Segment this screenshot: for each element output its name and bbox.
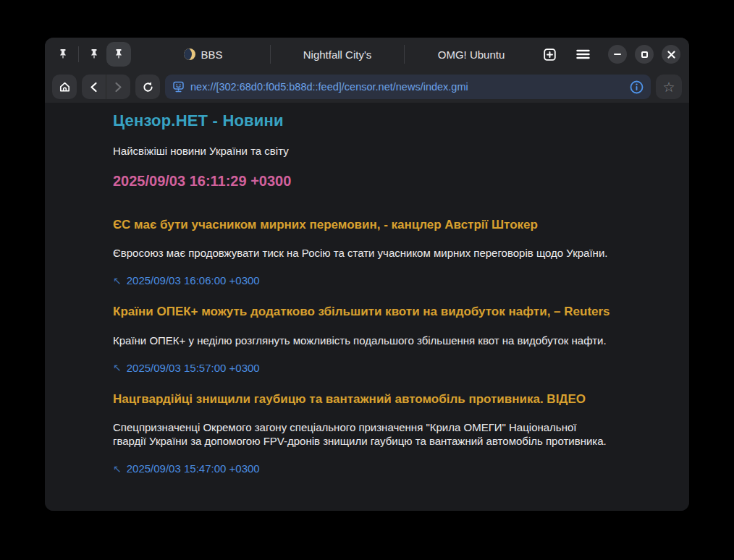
page-content: Цензор.НЕТ - Новини Найсвіжіші новини Ук…: [45, 103, 689, 511]
tab-nightfall-citys[interactable]: Nightfall City's: [271, 38, 404, 71]
home-button[interactable]: [52, 75, 77, 99]
link-arrow-icon: ↖: [113, 464, 122, 474]
article: ЄС має бути учасником мирних перемовин, …: [113, 218, 612, 287]
link-arrow-icon: ↖: [113, 276, 122, 286]
article-title: Країни ОПЕК+ можуть додатково збільшити …: [113, 305, 612, 319]
reload-button[interactable]: [135, 75, 160, 99]
article-title: Нацгвардійці знищили гаубицю та вантажни…: [113, 392, 612, 407]
article-summary: Спецпризначенці Окремого загону спеціаль…: [113, 420, 612, 448]
forward-button[interactable]: [106, 75, 130, 99]
article-title: ЄС має бути учасником мирних перемовин, …: [113, 218, 612, 232]
tab-bbs[interactable]: BBS: [137, 38, 270, 71]
url-bar[interactable]: nex://[302:68d0:f0d5:b88d::feed]/censor.…: [165, 75, 651, 99]
bookmark-button[interactable]: ☆: [656, 75, 682, 99]
close-button[interactable]: [662, 45, 680, 64]
article-link[interactable]: ↖ 2025/09/03 16:06:00 +0300: [113, 274, 260, 287]
back-icon: [90, 82, 98, 93]
forward-icon: [114, 82, 122, 93]
minimize-button[interactable]: [608, 45, 627, 64]
pin-icon: [113, 48, 125, 61]
article-summary: Країни ОПЕК+ у неділю розглянуть можливі…: [113, 334, 612, 347]
maximize-icon: [641, 51, 648, 58]
tab-bar: BBS Nightfall City's OMG! Ubuntu: [137, 38, 538, 71]
history-nav-group: [82, 75, 130, 99]
pin-button-2[interactable]: [82, 42, 106, 67]
close-icon: [667, 51, 675, 59]
titlebar: BBS Nightfall City's OMG! Ubuntu: [45, 38, 689, 71]
url-input[interactable]: nex://[302:68d0:f0d5:b88d::feed]/censor.…: [190, 81, 624, 93]
terminal-icon: [172, 81, 185, 93]
pin-divider: [78, 46, 79, 62]
pin-button-3-active[interactable]: [106, 42, 131, 67]
pin-icon: [88, 48, 100, 61]
pin-button-1[interactable]: [51, 42, 75, 67]
navigation-bar: nex://[302:68d0:f0d5:b88d::feed]/censor.…: [45, 71, 689, 103]
article: Нацгвардійці знищили гаубицю та вантажни…: [113, 392, 612, 475]
feed-timestamp-heading: 2025/09/03 16:11:29 +0300: [113, 173, 612, 190]
link-arrow-icon: ↖: [113, 362, 122, 373]
article-link[interactable]: ↖ 2025/09/03 15:57:00 +0300: [113, 362, 260, 374]
new-tab-button[interactable]: [538, 43, 561, 66]
article-link-label: 2025/09/03 16:06:00 +0300: [127, 274, 260, 287]
tab-label: Nightfall City's: [303, 48, 372, 61]
minimize-icon: [614, 54, 621, 55]
menu-icon: [576, 48, 590, 60]
tab-label: OMG! Ubuntu: [438, 48, 505, 61]
article-link-label: 2025/09/03 15:57:00 +0300: [127, 362, 260, 374]
article-link-label: 2025/09/03 15:47:00 +0300: [127, 462, 260, 475]
home-icon: [59, 81, 71, 93]
new-tab-icon: [543, 48, 557, 61]
article: Країни ОПЕК+ можуть додатково збільшити …: [113, 305, 612, 373]
page-subtitle: Найсвіжіші новини України та світу: [113, 145, 612, 157]
article-summary: Євросоюз має продовжувати тиск на Росію …: [113, 246, 612, 260]
tab-omg-ubuntu[interactable]: OMG! Ubuntu: [405, 38, 538, 71]
reload-icon: [142, 81, 154, 93]
info-icon[interactable]: [630, 80, 644, 94]
tab-label: BBS: [201, 48, 222, 61]
browser-window: BBS Nightfall City's OMG! Ubuntu: [45, 38, 689, 511]
moon-favicon-icon: [184, 48, 195, 60]
pin-icon: [57, 48, 69, 61]
menu-button[interactable]: [571, 43, 594, 66]
maximize-button[interactable]: [635, 45, 654, 64]
article-link[interactable]: ↖ 2025/09/03 15:47:00 +0300: [113, 462, 260, 475]
page-title: Цензор.НЕТ - Новини: [113, 111, 612, 130]
window-controls: [600, 45, 680, 64]
star-icon: ☆: [662, 80, 675, 94]
back-button[interactable]: [82, 75, 106, 99]
